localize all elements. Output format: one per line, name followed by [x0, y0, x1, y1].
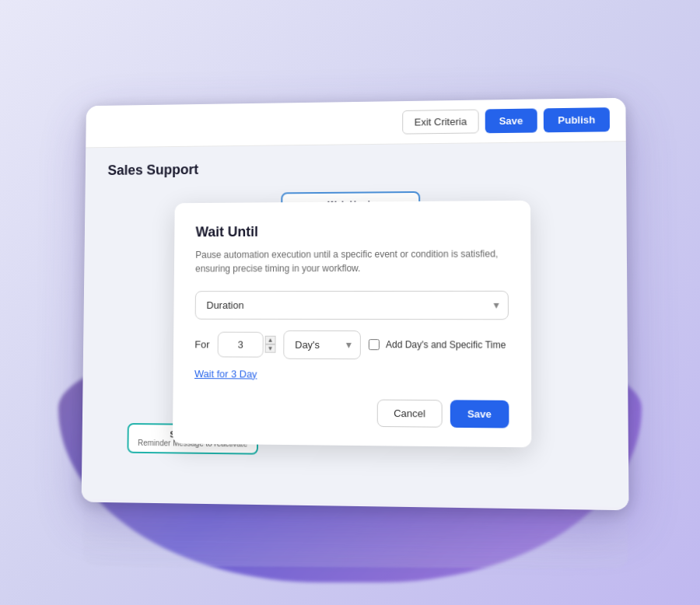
modal-footer: Cancel Save: [194, 397, 509, 428]
modal-overlay: Wait Until Pause automation execution un…: [82, 142, 629, 507]
publish-button[interactable]: Publish: [544, 107, 610, 132]
modal-description: Pause automation execution until a speci…: [195, 247, 509, 275]
exit-criteria-button[interactable]: Exit Criteria: [403, 110, 479, 135]
duration-field: Duration Specific Date Event Based ▾: [195, 290, 509, 319]
app-card: Exit Criteria Save Publish Sales Support…: [82, 98, 629, 511]
for-label: For: [194, 338, 210, 350]
specific-time-label: Add Day's and Specific Time: [386, 339, 506, 351]
increment-button[interactable]: ▲: [265, 336, 276, 344]
wait-info[interactable]: Wait for 3 Day: [194, 368, 509, 381]
toolbar: Exit Criteria Save Publish: [86, 98, 625, 149]
days-select[interactable]: Day's Hour's Minute's: [283, 330, 361, 358]
duration-select[interactable]: Duration Specific Date Event Based: [195, 290, 509, 319]
specific-time-wrapper: Add Day's and Specific Time: [369, 339, 506, 351]
for-row: For ▲ ▼ Day's Hour's: [194, 330, 509, 359]
save-modal-button[interactable]: Save: [450, 400, 509, 428]
number-input-wrapper: ▲ ▼: [218, 331, 276, 357]
modal-title: Wait Until: [195, 222, 508, 240]
cancel-button[interactable]: Cancel: [377, 399, 442, 427]
save-top-button[interactable]: Save: [485, 108, 537, 133]
specific-time-checkbox[interactable]: [369, 339, 380, 350]
wait-until-modal: Wait Until Pause automation execution un…: [173, 200, 531, 447]
spinners: ▲ ▼: [265, 336, 276, 353]
number-input[interactable]: [218, 331, 264, 357]
decrement-button[interactable]: ▼: [265, 344, 276, 353]
main-content: Sales Support Web Hook Fill A Form Send …: [82, 142, 629, 507]
